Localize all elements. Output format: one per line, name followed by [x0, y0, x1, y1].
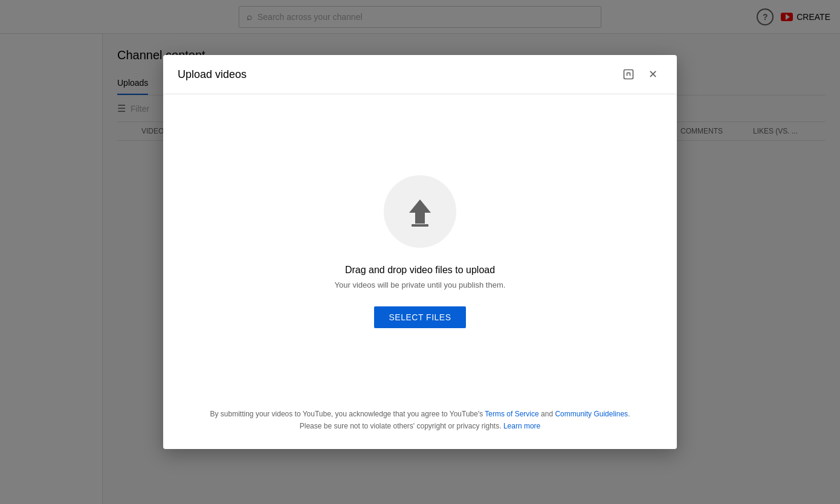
learn-more-link[interactable]: Learn more [503, 422, 540, 430]
upload-svg [404, 196, 436, 227]
upload-modal: Upload videos ✕ [163, 55, 677, 448]
svg-rect-0 [624, 70, 633, 79]
modal-overlay: Upload videos ✕ [0, 0, 840, 504]
svg-rect-5 [412, 224, 428, 227]
info-button[interactable] [619, 65, 638, 84]
modal-body: Drag and drop video files to upload Your… [163, 94, 677, 396]
drag-drop-text: Drag and drop video files to upload [345, 265, 495, 276]
upload-icon-circle [384, 175, 456, 248]
modal-title: Upload videos [178, 68, 247, 81]
select-files-button[interactable]: SELECT FILES [374, 306, 465, 328]
close-button[interactable]: ✕ [643, 65, 662, 84]
svg-marker-4 [409, 199, 431, 224]
tos-link[interactable]: Terms of Service [485, 410, 538, 418]
modal-header-actions: ✕ [619, 65, 662, 84]
modal-footer: By submitting your videos to YouTube, yo… [163, 396, 677, 448]
modal-header: Upload videos ✕ [163, 55, 677, 94]
upload-subtitle: Your videos will be private until you pu… [335, 280, 506, 289]
info-icon [622, 68, 635, 80]
guidelines-link[interactable]: Community Guidelines [555, 410, 628, 418]
upload-arrow-icon [404, 196, 436, 227]
close-icon: ✕ [648, 68, 657, 81]
footer-text-line1: By submitting your videos to YouTube, yo… [187, 409, 653, 420]
footer-text-line2: Please be sure not to violate others' co… [187, 421, 653, 432]
